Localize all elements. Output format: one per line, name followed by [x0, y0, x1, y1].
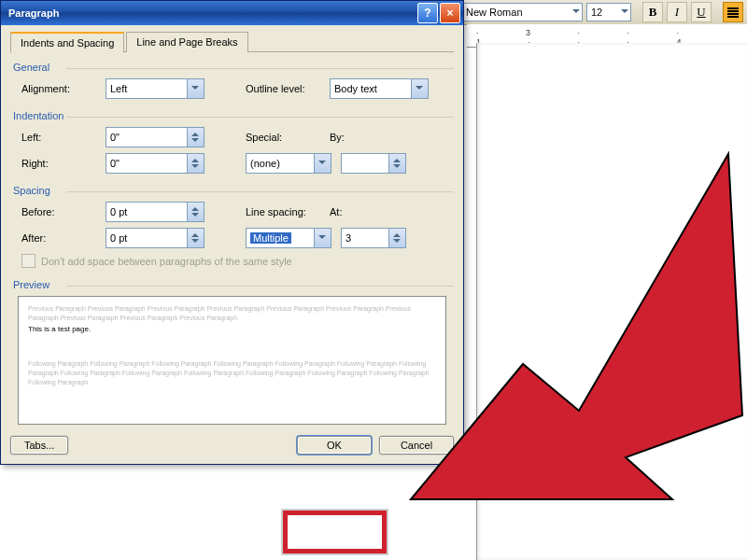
by-spinner[interactable]	[341, 153, 406, 174]
linespacing-label: Line spacing:	[246, 206, 330, 217]
preview-box: Previous Paragraph Previous Paragraph Pr…	[18, 296, 446, 425]
checkbox-icon	[21, 254, 35, 268]
indent-left-label: Left:	[21, 132, 106, 143]
alignment-combo[interactable]: Left	[106, 78, 204, 99]
indent-right-spinner[interactable]: 0"	[106, 153, 204, 174]
spinner-icon	[388, 154, 405, 173]
outline-label: Outline level:	[246, 83, 330, 94]
before-label: Before:	[21, 206, 106, 217]
tab-strip: Indents and Spacing Line and Page Breaks	[10, 31, 454, 52]
font-size-combo[interactable]: 12	[586, 3, 631, 21]
chevron-down-icon	[187, 79, 204, 98]
after-spinner[interactable]: 0 pt	[106, 228, 204, 248]
chevron-down-icon	[314, 229, 331, 247]
special-combo[interactable]: (none)	[246, 153, 331, 174]
by-label: By:	[330, 132, 386, 143]
after-label: After:	[21, 232, 106, 244]
dont-add-space-checkbox[interactable]: Don't add space between paragraphs of th…	[21, 254, 454, 268]
chevron-down-icon	[411, 79, 428, 98]
before-spinner[interactable]: 0 pt	[106, 202, 204, 222]
spinner-icon	[187, 229, 204, 247]
indent-right-label: Right:	[21, 158, 106, 169]
dialog-title: Paragraph	[8, 7, 416, 19]
bold-button[interactable]: B	[642, 2, 663, 22]
at-label: At:	[330, 206, 386, 217]
align-left-button[interactable]	[723, 2, 743, 22]
italic-button[interactable]: I	[667, 2, 687, 22]
indent-left-spinner[interactable]: 0"	[106, 127, 204, 147]
help-button[interactable]: ?	[417, 3, 438, 23]
outline-level-combo[interactable]: Body text	[330, 78, 429, 99]
close-button[interactable]: ×	[440, 3, 460, 23]
ok-highlight-annotation	[283, 511, 387, 553]
section-title-spacing: Spacing	[10, 185, 454, 196]
spinner-icon	[187, 128, 204, 147]
section-indentation: Indentation Left: 0" Special: By: Right:…	[10, 110, 454, 174]
section-title-preview: Preview	[10, 279, 454, 290]
preview-sample-text: This is a test page.	[28, 325, 436, 333]
cancel-button[interactable]: Cancel	[379, 436, 454, 455]
document-area[interactable]	[476, 43, 747, 560]
section-spacing: Spacing Before: 0 pt Line spacing: At: A…	[10, 185, 454, 268]
titlebar[interactable]: Paragraph ? ×	[1, 1, 463, 25]
font-name-combo[interactable]: New Roman	[461, 3, 583, 21]
at-spinner[interactable]: 3	[341, 228, 406, 248]
section-preview: Preview Previous Paragraph Previous Para…	[10, 279, 454, 425]
tab-line-page-breaks[interactable]: Line and Page Breaks	[126, 32, 247, 52]
linespacing-combo[interactable]: Multiple	[246, 228, 331, 248]
tabs-button[interactable]: Tabs...	[10, 436, 68, 455]
tab-indents-spacing[interactable]: Indents and Spacing	[10, 32, 124, 53]
preview-follow-text: Following Paragraph Following Paragraph …	[28, 359, 436, 387]
ok-button[interactable]: OK	[297, 436, 372, 455]
special-label: Special:	[246, 132, 330, 143]
dialog-buttons: Tabs... OK Cancel	[10, 436, 454, 455]
spinner-icon	[187, 203, 204, 221]
paragraph-dialog: Paragraph ? × Indents and Spacing Line a…	[0, 0, 464, 465]
dont-add-space-label: Don't add space between paragraphs of th…	[41, 256, 292, 267]
chevron-down-icon	[314, 154, 331, 173]
section-general: General Alignment: Left Outline level: B…	[10, 62, 454, 99]
underline-button[interactable]: U	[691, 2, 712, 22]
spinner-icon	[187, 154, 204, 173]
section-title-general: General	[10, 62, 454, 73]
section-title-indentation: Indentation	[10, 110, 454, 121]
preview-prev-text: Previous Paragraph Previous Paragraph Pr…	[28, 304, 436, 323]
spinner-icon	[388, 229, 405, 247]
alignment-label: Alignment:	[21, 83, 106, 94]
